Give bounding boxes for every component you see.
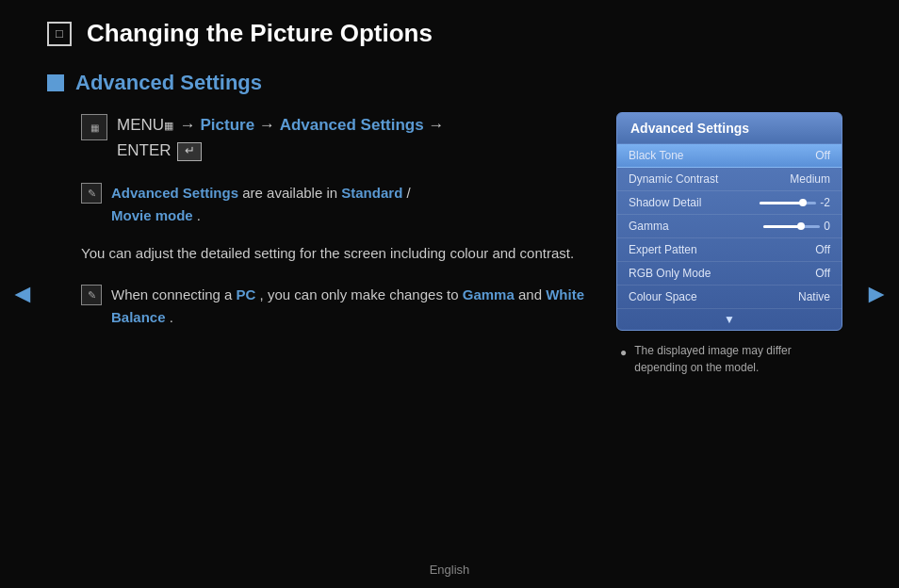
footnote-bullet-icon: ● — [620, 344, 627, 361]
colour-space-label: Colour Space — [629, 290, 697, 303]
arrow1: → — [180, 116, 201, 134]
menu-label: MENU — [117, 116, 164, 134]
page-footer: English — [430, 563, 470, 577]
settings-row-expert-patten[interactable]: Expert Patten Off — [617, 238, 842, 262]
pc-note-middle: , you can only make changes to — [260, 286, 463, 302]
arrow2: → — [259, 116, 280, 134]
pc-note-suffix: . — [170, 309, 173, 325]
note-item-1: ✎ Advanced Settings are available in Sta… — [81, 182, 588, 227]
pc-note-and: and — [518, 286, 546, 302]
footnote-item: ● The displayed image may differ dependi… — [620, 342, 839, 376]
gamma-slider[interactable]: 0 — [763, 220, 830, 233]
nav-arrow-right[interactable]: ► — [863, 279, 890, 309]
footer-language: English — [430, 563, 470, 577]
note-icon-2: ✎ — [81, 285, 102, 305]
advanced-settings-note: Advanced Settings — [111, 185, 238, 201]
movie-mode-label: Movie mode — [111, 207, 193, 223]
settings-row-shadow-detail[interactable]: Shadow Detail -2 — [617, 191, 842, 215]
note-icon-1: ✎ — [81, 183, 102, 204]
nav-arrow-left[interactable]: ◄ — [9, 279, 36, 309]
gamma-label: Gamma — [463, 286, 515, 302]
section-bullet-icon — [47, 74, 64, 91]
shadow-detail-slider[interactable]: -2 — [760, 196, 830, 209]
arrow3: → — [428, 116, 444, 134]
pc-note-prefix: When connecting a — [111, 286, 237, 302]
rgb-only-value: Off — [815, 267, 830, 280]
picture-label: Picture — [201, 116, 255, 134]
settings-row-colour-space[interactable]: Colour Space Native — [617, 286, 842, 309]
note-item-2: ✎ When connecting a PC , you can only ma… — [81, 284, 588, 329]
menu-path: ▦ MENU▦ → Picture → Advanced Settings → … — [81, 112, 588, 163]
standard-label: Standard — [341, 185, 402, 201]
shadow-detail-thumb — [799, 199, 807, 206]
note-text-1: Advanced Settings are available in Stand… — [111, 182, 411, 227]
shadow-detail-value: -2 — [820, 196, 830, 209]
section-title: Advanced Settings — [75, 71, 262, 95]
settings-row-rgb-only[interactable]: RGB Only Mode Off — [617, 262, 842, 286]
black-tone-value: Off — [815, 149, 830, 162]
gamma-value: 0 — [824, 220, 830, 233]
note-slash: / — [406, 185, 410, 201]
page-title-section: □ Changing the Picture Options — [47, 19, 842, 48]
rgb-only-label: RGB Only Mode — [629, 267, 711, 280]
note-panel: ● The displayed image may differ dependi… — [616, 342, 842, 376]
enter-label: ENTER — [117, 141, 172, 159]
shadow-detail-track — [760, 202, 816, 204]
right-panel: Advanced Settings Black Tone Off Dynamic… — [616, 112, 842, 376]
section-header: Advanced Settings — [47, 71, 842, 95]
left-content: ▦ MENU▦ → Picture → Advanced Settings → … — [47, 112, 588, 376]
menu-icon: ▦ — [81, 114, 107, 140]
dynamic-contrast-value: Medium — [790, 172, 830, 186]
gamma-thumb — [797, 222, 805, 230]
settings-panel-header: Advanced Settings — [617, 113, 842, 144]
footnote-text: The displayed image may differ depending… — [634, 342, 839, 376]
shadow-detail-fill — [760, 202, 802, 204]
colour-space-value: Native — [798, 290, 830, 303]
plain-text: You can adjust the detailed setting for … — [81, 242, 588, 265]
expert-patten-value: Off — [815, 243, 830, 256]
dropdown-arrow[interactable]: ▼ — [617, 309, 842, 330]
gamma-track — [763, 225, 820, 228]
shadow-detail-label: Shadow Detail — [629, 196, 701, 209]
advanced-settings-label: Advanced Settings — [280, 116, 424, 134]
note-text-2: When connecting a PC , you can only make… — [111, 284, 588, 329]
page-title: Changing the Picture Options — [87, 19, 433, 48]
expert-patten-label: Expert Patten — [629, 243, 697, 256]
gamma-fill — [763, 225, 800, 228]
gamma-row-label: Gamma — [629, 220, 669, 233]
content-area: ▦ MENU▦ → Picture → Advanced Settings → … — [47, 112, 842, 376]
menu-path-text: MENU▦ → Picture → Advanced Settings → EN… — [117, 112, 444, 163]
note-text-middle: are available in — [242, 185, 341, 201]
enter-icon: ↵ — [177, 142, 202, 161]
settings-row-gamma[interactable]: Gamma 0 — [617, 215, 842, 238]
pc-label: PC — [237, 286, 256, 302]
note-period1: . — [197, 207, 201, 223]
black-tone-label: Black Tone — [629, 149, 683, 162]
settings-panel: Advanced Settings Black Tone Off Dynamic… — [616, 112, 842, 331]
dynamic-contrast-label: Dynamic Contrast — [629, 172, 718, 186]
settings-row-dynamic-contrast[interactable]: Dynamic Contrast Medium — [617, 168, 842, 191]
settings-row-black-tone[interactable]: Black Tone Off — [617, 144, 842, 168]
title-icon: □ — [47, 22, 72, 46]
